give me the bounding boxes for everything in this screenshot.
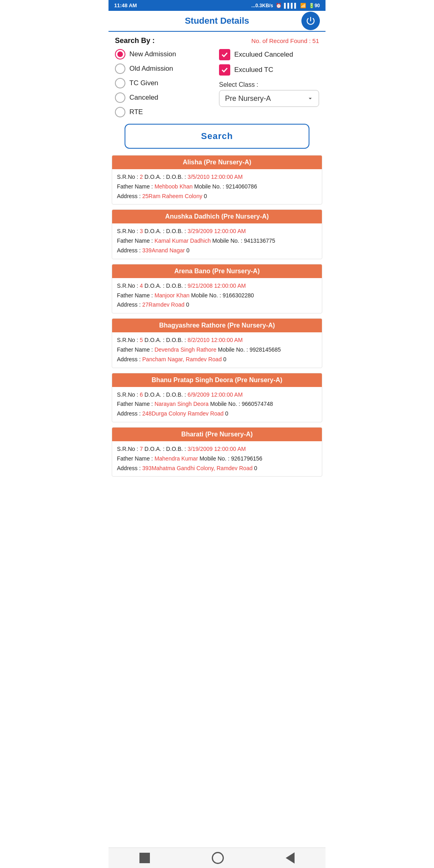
student-card[interactable]: Bharati (Pre Nursery-A)S.R.No : 7 D.O.A.…: [112, 427, 322, 477]
student-card-header: Alisha (Pre Nursery-A): [112, 156, 322, 169]
student-card[interactable]: Bhagyashree Rathore (Pre Nursery-A)S.R.N…: [112, 318, 322, 368]
student-address: 27Ramdev Road: [142, 301, 184, 308]
checkbox-exculued-tc[interactable]: Exculued TC: [219, 64, 319, 76]
checkbox-box-exculued-canceled: [219, 49, 230, 60]
radio-label-rte: RTE: [129, 108, 143, 116]
student-dob: 9/21/2008 12:00:00 AM: [188, 283, 246, 289]
student-name-class: Bhagyashree Rathore (Pre Nursery-A): [159, 322, 275, 329]
checkbox-label-exculued-canceled: Exculued Canceled: [234, 51, 293, 59]
student-card[interactable]: Anushka Dadhich (Pre Nursery-A)S.R.No : …: [112, 209, 322, 259]
class-select-dropdown[interactable]: Pre Nursery-A Pre Nursery-B Nursery-A Nu…: [219, 90, 319, 107]
student-card-body: S.R.No : 7 D.O.A. : D.O.B. : 3/19/2009 1…: [112, 441, 322, 476]
app-header: Student Details: [108, 11, 326, 32]
signal-icon: ▌▌▌▌: [284, 3, 298, 8]
student-name-class: Alisha (Pre Nursery-A): [183, 159, 252, 166]
student-sr-no: 6: [140, 391, 143, 398]
student-sr-no: 3: [140, 228, 143, 234]
status-bar: 11:48 AM ...0.3KB/s ⏰ ▌▌▌▌ 📶 🔋90: [108, 0, 326, 11]
student-sr-no: 7: [140, 446, 143, 452]
select-class-label: Select Class :: [219, 81, 319, 88]
student-address: 248Durga Colony Ramdev Road: [142, 410, 223, 417]
network-speed: ...0.3KB/s: [252, 3, 273, 8]
student-card-header: Arena Bano (Pre Nursery-A): [112, 264, 322, 278]
radio-circle-tc-given: [115, 78, 125, 88]
record-count: No. of Record Found : 51: [252, 37, 319, 44]
student-name-class: Anushka Dadhich (Pre Nursery-A): [165, 213, 269, 220]
student-card-body: S.R.No : 6 D.O.A. : D.O.B. : 6/9/2009 12…: [112, 387, 322, 422]
alarm-icon: ⏰: [276, 3, 282, 8]
student-card-body: S.R.No : 4 D.O.A. : D.O.B. : 9/21/2008 1…: [112, 278, 322, 313]
student-father: Mehboob Khan: [154, 183, 192, 190]
search-by-label: Search By :: [115, 37, 155, 45]
student-card-header: Anushka Dadhich (Pre Nursery-A): [112, 210, 322, 223]
student-father: Devendra Singh Rathore: [154, 346, 216, 353]
radio-circle-new-admission: [115, 49, 125, 59]
student-card-body: S.R.No : 3 D.O.A. : D.O.B. : 3/29/2009 1…: [112, 223, 322, 258]
checkmark-icon-canceled: [221, 51, 228, 58]
student-sr-no: 5: [140, 337, 143, 343]
student-father: Kamal Kumar Dadhich: [154, 237, 211, 244]
power-icon: [305, 16, 316, 26]
radio-tc-given[interactable]: TC Given: [115, 78, 215, 88]
student-father: Manjoor Khan: [154, 292, 189, 299]
student-sr-no: 2: [140, 174, 143, 180]
student-father: Mahendra Kumar: [154, 455, 198, 462]
checkbox-exculued-canceled[interactable]: Exculued Canceled: [219, 49, 319, 60]
radio-label-tc-given: TC Given: [129, 79, 158, 87]
radio-label-canceled: Canceled: [129, 94, 158, 102]
radio-canceled[interactable]: Canceled: [115, 92, 215, 103]
student-card[interactable]: Bhanu Pratap Singh Deora (Pre Nursery-A)…: [112, 373, 322, 422]
student-dob: 3/19/2009 12:00:00 AM: [188, 446, 246, 452]
student-card[interactable]: Arena Bano (Pre Nursery-A)S.R.No : 4 D.O…: [112, 264, 322, 313]
student-card-body: S.R.No : 2 D.O.A. : D.O.B. : 3/5/2010 12…: [112, 169, 322, 204]
radio-inner-new-admission: [117, 51, 123, 57]
student-address: 339Anand Nagar: [142, 247, 185, 254]
student-address: 393Mahatma Gandhi Colony, Ramdev Road: [142, 465, 252, 471]
search-button[interactable]: Search: [125, 124, 309, 149]
checkbox-box-exculued-tc: [219, 64, 230, 76]
student-card-header: Bhagyashree Rathore (Pre Nursery-A): [112, 319, 322, 332]
student-father: Narayan Singh Deora: [154, 401, 209, 407]
students-list: Alisha (Pre Nursery-A)S.R.No : 2 D.O.A. …: [108, 155, 326, 506]
checkbox-label-exculued-tc: Exculued TC: [234, 66, 273, 74]
student-card-body: S.R.No : 5 D.O.A. : D.O.B. : 8/2/2010 12…: [112, 332, 322, 367]
student-dob: 6/9/2009 12:00:00 AM: [188, 391, 243, 398]
student-card-header: Bharati (Pre Nursery-A): [112, 428, 322, 441]
page-title: Student Details: [185, 16, 249, 26]
status-time: 11:48 AM: [114, 2, 137, 8]
checkmark-icon-tc: [221, 66, 228, 74]
radio-circle-canceled: [115, 92, 125, 103]
radio-options-column: New Admission Old Admission TC Given Can…: [115, 49, 215, 117]
select-class-container: Select Class : Pre Nursery-A Pre Nursery…: [219, 81, 319, 107]
power-button[interactable]: [301, 12, 320, 30]
student-address: 25Ram Raheem Colony: [142, 193, 202, 199]
student-dob: 3/5/2010 12:00:00 AM: [188, 174, 243, 180]
student-name-class: Bharati (Pre Nursery-A): [181, 431, 253, 438]
search-button-container: Search: [108, 117, 326, 155]
radio-rte[interactable]: RTE: [115, 107, 215, 117]
student-address: Pancham Nagar, Ramdev Road: [142, 356, 222, 362]
student-dob: 8/2/2010 12:00:00 AM: [188, 337, 243, 343]
student-card[interactable]: Alisha (Pre Nursery-A)S.R.No : 2 D.O.A. …: [112, 155, 322, 205]
student-name-class: Bhanu Pratap Singh Deora (Pre Nursery-A): [151, 377, 282, 383]
search-section: Search By : No. of Record Found : 51 New…: [108, 32, 326, 117]
radio-circle-old-admission: [115, 63, 125, 74]
radio-circle-rte: [115, 107, 125, 117]
student-name-class: Arena Bano (Pre Nursery-A): [174, 268, 260, 274]
radio-label-new-admission: New Admission: [129, 50, 176, 58]
radio-label-old-admission: Old Admission: [129, 65, 173, 73]
student-sr-no: 4: [140, 283, 143, 289]
student-card-header: Bhanu Pratap Singh Deora (Pre Nursery-A): [112, 373, 322, 387]
battery-icon: 🔋90: [309, 3, 320, 8]
wifi-icon: 📶: [300, 3, 306, 8]
student-dob: 3/29/2009 12:00:00 AM: [188, 228, 246, 234]
radio-new-admission[interactable]: New Admission: [115, 49, 215, 59]
checkbox-select-column: Exculued Canceled Exculued TC Select Cla…: [219, 49, 319, 117]
radio-old-admission[interactable]: Old Admission: [115, 63, 215, 74]
